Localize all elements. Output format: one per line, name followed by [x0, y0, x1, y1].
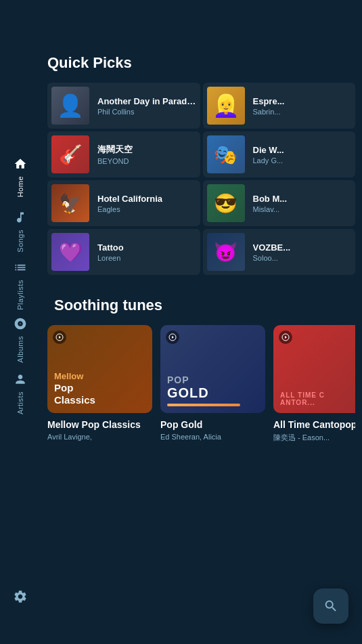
settings-icon	[12, 588, 28, 605]
sidebar-label-songs: Songs	[16, 230, 24, 253]
sidebar-label-playlists: Playlists	[16, 280, 24, 310]
playlist-desc: 陳奕迅 - Eason...	[273, 433, 355, 443]
list-item[interactable]: POP GOLD Pop Gold Ed Sheeran, Alicia	[160, 325, 265, 443]
song-thumbnail: 🎸	[51, 135, 89, 173]
song-thumbnail: 👱‍♀️	[207, 87, 245, 125]
playlist-overlay-label: Mellow Pop Classics	[54, 371, 95, 406]
playlist-desc: Avril Lavigne,	[47, 433, 152, 441]
songs-icon	[12, 209, 28, 226]
sidebar-label-home: Home	[16, 176, 24, 197]
song-info: 海闊天空 BEYOND	[97, 144, 196, 165]
song-thumbnail: 😎	[207, 184, 245, 222]
list-item[interactable]: 👱‍♀️ Espre... Sabrin...	[203, 83, 356, 129]
song-info: Tattoo Loreen	[97, 242, 196, 262]
song-title: Hotel California	[97, 194, 196, 204]
main-content: Quick Picks 👤 Another Day in Paradise Ph…	[41, 0, 362, 644]
song-artist: Soloo...	[253, 254, 352, 262]
song-info: Another Day in Paradise Phil Collins	[97, 96, 196, 116]
list-item[interactable]: 😈 VOZBE... Soloo...	[203, 229, 356, 275]
settings-button[interactable]	[0, 570, 41, 624]
sidebar-item-home[interactable]: Home	[0, 150, 41, 204]
song-thumbnail: 🎭	[207, 135, 245, 173]
soothing-tunes-section: Soothing tunes Mellow Pop Classics Mello…	[41, 297, 362, 443]
song-title: 海闊天空	[97, 144, 196, 156]
song-title: VOZBE...	[253, 242, 352, 253]
quick-picks-grid: 👤 Another Day in Paradise Phil Collins 👱…	[41, 83, 362, 275]
song-thumbnail: 😈	[207, 233, 245, 271]
playlist-thumbnail: Mellow Pop Classics	[47, 325, 152, 413]
list-item[interactable]: Mellow Pop Classics Mellow Pop Classics …	[47, 325, 152, 443]
song-info: VOZBE... Soloo...	[253, 242, 352, 262]
quick-picks-title: Quick Picks	[41, 54, 362, 72]
sidebar-label-artists: Artists	[16, 391, 24, 414]
search-fab[interactable]	[313, 588, 348, 624]
home-icon	[12, 156, 28, 172]
song-artist: Phil Collins	[97, 108, 196, 116]
playlist-desc: Ed Sheeran, Alicia	[160, 433, 265, 441]
song-title: Another Day in Paradise	[97, 96, 196, 106]
sidebar-item-songs[interactable]: Songs	[0, 204, 41, 258]
albums-icon	[12, 316, 28, 332]
sidebar-item-albums[interactable]: Albums	[0, 312, 41, 366]
song-title: Espre...	[253, 96, 352, 106]
song-artist: Loreen	[97, 254, 196, 262]
song-artist: Lady G...	[253, 156, 352, 165]
playlist-name: Pop Gold	[160, 418, 265, 431]
song-thumbnail: 💜	[51, 233, 89, 271]
quick-picks-section: Quick Picks 👤 Another Day in Paradise Ph…	[41, 54, 362, 275]
playlist-row: Mellow Pop Classics Mellow Pop Classics …	[47, 325, 355, 443]
list-item[interactable]: 👤 Another Day in Paradise Phil Collins	[47, 83, 200, 129]
list-item[interactable]: 🦅 Hotel California Eagles	[47, 180, 200, 226]
list-item[interactable]: 🎸 海闊天空 BEYOND	[47, 131, 200, 177]
song-artist: BEYOND	[97, 157, 196, 165]
song-title: Tattoo	[97, 242, 196, 253]
song-artist: Sabrin...	[253, 108, 352, 116]
sidebar-label-albums: Albums	[16, 336, 24, 363]
sidebar-item-artists[interactable]: Artists	[0, 366, 41, 421]
song-title: Bob M...	[253, 194, 352, 204]
soothing-tunes-title: Soothing tunes	[47, 297, 355, 314]
song-info: Hotel California Eagles	[97, 194, 196, 213]
playlist-badge	[53, 330, 66, 344]
playlist-thumbnail: POP GOLD	[160, 325, 265, 413]
search-icon	[323, 599, 338, 614]
playlists-icon	[12, 259, 28, 276]
list-item[interactable]: 🎭 Die W... Lady G...	[203, 131, 356, 177]
song-info: Die W... Lady G...	[253, 145, 352, 165]
list-item[interactable]: ALL TIME C ANTOR... All Time Cantopop H.…	[273, 325, 355, 443]
song-info: Bob M... Mislav...	[253, 194, 352, 213]
playlist-name: All Time Cantopop H...	[273, 418, 355, 431]
song-artist: Eagles	[97, 205, 196, 213]
song-title: Die W...	[253, 145, 352, 155]
list-item[interactable]: 😎 Bob M... Mislav...	[203, 180, 356, 226]
song-thumbnail: 👤	[51, 87, 89, 125]
playlist-name: Mellow Pop Classics	[47, 418, 152, 431]
playlist-thumbnail: ALL TIME C ANTOR...	[273, 325, 355, 413]
sidebar: Home Songs Playlists Albums Artists	[0, 0, 41, 644]
sidebar-item-playlists[interactable]: Playlists	[0, 258, 41, 312]
playlist-badge	[279, 330, 292, 344]
playlist-badge	[166, 330, 179, 344]
list-item[interactable]: 💜 Tattoo Loreen	[47, 229, 200, 275]
song-info: Espre... Sabrin...	[253, 96, 352, 116]
artists-icon	[12, 371, 28, 387]
song-artist: Mislav...	[253, 205, 352, 213]
song-thumbnail: 🦅	[51, 184, 89, 222]
